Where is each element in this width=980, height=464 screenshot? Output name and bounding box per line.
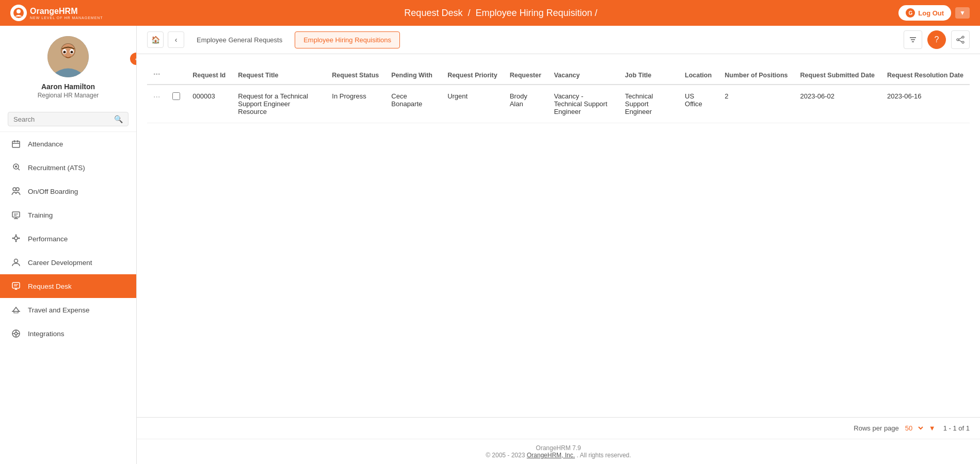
header-logo: OrangeHRM NEW LEVEL OF HR MANAGEMENT xyxy=(10,5,103,21)
sidebar-profile: ‹ Aaron Ha xyxy=(0,26,136,107)
sidebar-item-career[interactable]: Career Development xyxy=(0,251,136,274)
svg-point-27 xyxy=(12,238,14,239)
sidebar-item-onboarding[interactable]: On/Off Boarding xyxy=(0,179,136,203)
row-three-dots[interactable]: ··· xyxy=(153,92,160,101)
sidebar-item-label: Recruitment (ATS) xyxy=(28,164,85,172)
cell-request-id: 000003 xyxy=(186,85,232,123)
cell-submitted-date: 2023-06-02 xyxy=(794,85,881,123)
col-resolution-date: Request Resolution Date xyxy=(881,64,970,85)
logout-label: Log Out xyxy=(918,9,944,17)
svg-point-43 xyxy=(962,41,964,43)
sidebar-item-training[interactable]: Training xyxy=(0,203,136,227)
svg-point-41 xyxy=(962,36,964,38)
footer-rights: . All rights reserved. xyxy=(576,452,631,459)
svg-rect-9 xyxy=(12,141,20,147)
breadcrumb-sep1: / xyxy=(468,8,470,18)
cell-requester: Brody Alan xyxy=(504,85,548,123)
svg-point-14 xyxy=(15,165,17,168)
col-location: Location xyxy=(679,64,718,85)
svg-point-26 xyxy=(19,238,20,239)
footer-company: OrangeHRM, Inc. xyxy=(527,452,575,459)
share-button[interactable] xyxy=(951,30,970,49)
header-logo-text: OrangeHRM NEW LEVEL OF HR MANAGEMENT xyxy=(30,7,103,20)
tab-general-requests[interactable]: Employee General Requests xyxy=(188,32,291,48)
col-request-priority: Request Priority xyxy=(441,64,504,85)
col-positions: Number of Positions xyxy=(718,64,794,85)
logo-circle xyxy=(10,5,27,21)
sidebar-item-requestdesk[interactable]: Request Desk xyxy=(0,274,136,298)
search-wrapper: 🔍 xyxy=(8,112,128,126)
rows-per-page-label: Rows per page xyxy=(854,424,898,432)
svg-rect-29 xyxy=(12,283,20,288)
sidebar-item-attendance[interactable]: Attendance xyxy=(0,132,136,156)
sub-header-nav: 🏠 ‹ Employee General Requests Employee H… xyxy=(147,31,400,48)
footer-version: OrangeHRM 7.9 xyxy=(536,444,581,452)
home-button[interactable]: 🏠 xyxy=(147,31,164,48)
cell-location: US Office xyxy=(679,85,718,123)
sidebar-nav: Attendance Recruitment (ATS) On/Off Boar… xyxy=(0,132,136,345)
avatar xyxy=(47,36,89,77)
cell-positions: 2 xyxy=(718,85,794,123)
help-button[interactable]: ? xyxy=(927,30,946,49)
sidebar-item-integrations[interactable]: Integrations xyxy=(0,322,136,345)
onboarding-icon xyxy=(10,186,22,197)
rows-per-page-select[interactable]: 50 25 100 xyxy=(903,424,925,433)
cell-checkbox[interactable] xyxy=(166,85,186,123)
tab-hiring-requisitions[interactable]: Employee Hiring Requisitions xyxy=(295,31,400,48)
sidebar-toggle[interactable]: ‹ xyxy=(129,52,137,66)
main-layout: ‹ Aaron Ha xyxy=(0,26,980,464)
cell-request-title: Request for a Technical Support Engineer… xyxy=(232,85,326,123)
svg-point-17 xyxy=(16,188,19,191)
rows-per-page: Rows per page 50 25 100 ▼ xyxy=(854,424,935,433)
content-area: 🏠 ‹ Employee General Requests Employee H… xyxy=(137,26,980,464)
performance-icon xyxy=(10,233,22,244)
tab-hiring-label: Employee Hiring Requisitions xyxy=(303,36,391,44)
cell-vacancy: Vacancy - Technical Support Engineer xyxy=(548,85,619,123)
cell-pending-with: Cece Bonaparte xyxy=(385,85,441,123)
sidebar-item-label: Training xyxy=(28,211,53,219)
footer-company-link[interactable]: OrangeHRM, Inc. xyxy=(527,452,575,459)
svg-line-45 xyxy=(959,40,962,42)
search-icon: 🔍 xyxy=(114,115,123,123)
tab-general-label: Employee General Requests xyxy=(197,36,282,44)
col-requester: Requester xyxy=(504,64,548,85)
user-name: Aaron Hamilton xyxy=(41,82,95,91)
cell-job-title: Technical Support Engineer xyxy=(619,85,679,123)
logout-button[interactable]: G Log Out xyxy=(898,5,951,21)
filter-button[interactable] xyxy=(904,30,922,49)
sidebar-item-label: Request Desk xyxy=(28,283,72,290)
sidebar-item-label: Attendance xyxy=(28,140,63,148)
sub-header: 🏠 ‹ Employee General Requests Employee H… xyxy=(137,26,980,54)
table-container: ··· Request Id Request Title Request Sta… xyxy=(137,54,980,417)
row-checkbox[interactable] xyxy=(172,92,180,100)
col-submitted-date: Request Submitted Date xyxy=(794,64,881,85)
training-icon xyxy=(10,209,22,221)
sidebar-search-area: 🔍 xyxy=(0,107,136,132)
col-pending-with: Pending With xyxy=(385,64,441,85)
three-dots[interactable]: ··· xyxy=(153,70,160,78)
svg-point-28 xyxy=(14,259,18,263)
sub-header-actions: ? xyxy=(904,30,970,49)
sidebar-item-label: Career Development xyxy=(28,259,92,267)
user-role: Regional HR Manager xyxy=(38,92,99,99)
table-row: ··· 000003 Request for a Technical Suppo… xyxy=(147,85,970,123)
svg-point-1 xyxy=(17,9,21,13)
google-icon: G xyxy=(906,8,915,18)
col-checkbox xyxy=(166,64,186,85)
sidebar-item-recruitment[interactable]: Recruitment (ATS) xyxy=(0,156,136,179)
logout-dropdown-button[interactable]: ▼ xyxy=(955,7,970,19)
search-input[interactable] xyxy=(13,115,114,123)
career-icon xyxy=(10,257,22,268)
col-request-title: Request Title xyxy=(232,64,326,85)
back-button[interactable]: ‹ xyxy=(168,31,184,48)
pagination-area: Rows per page 50 25 100 ▼ 1 - 1 of 1 xyxy=(137,417,980,439)
svg-point-25 xyxy=(15,235,17,236)
cell-resolution-date: 2023-06-16 xyxy=(881,85,970,123)
cell-request-priority: Urgent xyxy=(441,85,504,123)
breadcrumb-page: Employee Hiring Requisition / xyxy=(475,8,597,18)
sidebar-item-travel[interactable]: Travel and Expense xyxy=(0,298,136,322)
requests-table: ··· Request Id Request Title Request Sta… xyxy=(147,64,970,123)
sidebar-item-performance[interactable]: Performance xyxy=(0,227,136,251)
svg-point-16 xyxy=(13,188,16,191)
attendance-icon xyxy=(10,138,22,150)
